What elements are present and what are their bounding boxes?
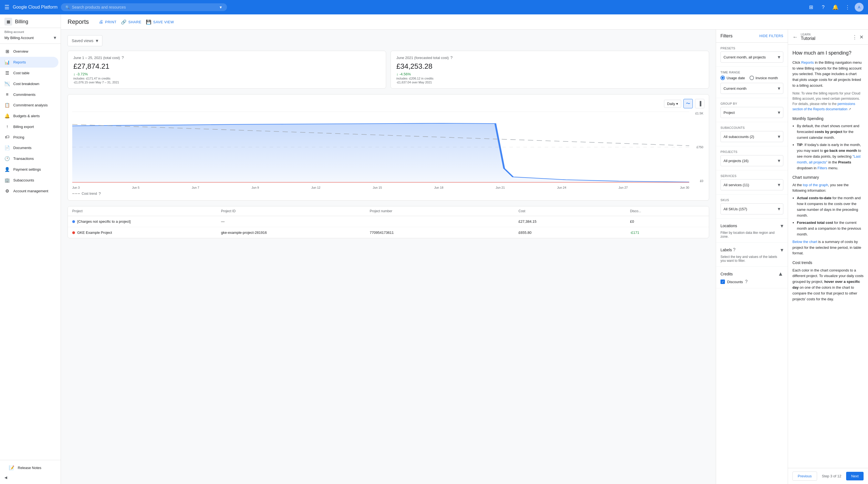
forecast-cost-header: June 2021 (forecasted total cost) ? [396,55,703,60]
actual-cost-card: June 1 – 25, 2021 (total cost) ? £27,874… [67,51,386,89]
saved-views-label: Saved views [72,38,94,43]
sidebar-item-reports[interactable]: 📊 Reports [0,57,58,67]
sidebar-item-overview[interactable]: ⊞ Overview [0,46,58,57]
presets-value: Current month, all projects [723,55,766,59]
pricing-icon: 🏷 [4,135,10,140]
nav-actions: ⊞ ? 🔔 ⋮ A [806,2,864,12]
labels-help-icon[interactable]: ? [733,248,736,252]
sidebar-item-cost-breakdown[interactable]: 📉 Cost breakdown [0,78,58,89]
sidebar-item-cost-table[interactable]: ☰ Cost table [0,67,58,78]
line-chart-button[interactable]: 〜 [683,99,693,108]
billing-icon: ▦ [4,18,12,26]
tutorial-next-button[interactable]: Next [846,472,864,480]
saved-views-dropdown[interactable]: Saved views ▾ [67,35,102,46]
sidebar-item-billing-export[interactable]: ↑ Billing export [0,121,58,132]
search-input[interactable] [72,5,215,9]
project-cost-2: £655.80 [519,230,630,235]
forecast-cost-sub1: includes -£206.12 in credits [396,77,703,80]
tutorial-top-graph-link[interactable]: top of the graph [803,183,828,187]
cost-trend-help-icon[interactable]: ? [98,192,101,196]
chart-y-label-top: £1.5K [692,112,703,115]
invoice-month-radio[interactable] [749,76,754,80]
services-value: All services (11) [723,183,749,187]
presets-label: Presets [720,47,783,50]
tutorial-learn-label: LEARN [801,33,815,36]
sidebar-item-label-release-notes: Release Notes [18,466,41,470]
notifications-icon[interactable]: 🔔 [830,2,840,12]
chart-summary-list: Actual costs-to-date for the month and h… [793,195,864,237]
subaccounts-select[interactable]: All subaccounts (2) ▾ [720,131,783,142]
chart-summary-item-1: Actual costs-to-date for the month and h… [797,195,864,218]
discounts-checkbox[interactable] [720,280,725,284]
credits-collapsible[interactable]: Credits ▲ [720,271,783,277]
print-button[interactable]: 🖨 PRINT [99,19,117,24]
actual-cost-help-icon[interactable]: ? [122,55,124,60]
group-by-select[interactable]: Project ▾ [720,107,783,118]
tutorial-below-chart-link[interactable]: Below the chart [793,240,817,244]
tutorial-more-icon[interactable]: ⋮ [852,34,857,40]
share-button[interactable]: 🔗 SHARE [121,19,142,25]
locations-collapse-icon: ▾ [780,223,783,229]
sidebar-item-label-cost-breakdown: Cost breakdown [13,82,39,86]
discounts-help-icon[interactable]: ? [745,279,748,284]
labels-collapsible[interactable]: Labels ? ▾ [720,247,783,253]
forecast-cost-help-icon[interactable]: ? [450,55,453,60]
tutorial-close-icon[interactable]: ✕ [860,34,864,40]
hamburger-menu[interactable]: ☰ [4,4,9,10]
forecast-cost-title: June 2021 (forecasted total cost) [396,56,449,60]
x-label-4: Jun 9 [252,186,259,189]
skus-select[interactable]: All SKUs (157) ▾ [720,203,783,215]
sidebar-item-label-payment-settings: Payment settings [13,167,41,171]
search-bar[interactable]: 🔍 ▼ [61,3,227,11]
sidebar-item-account-management[interactable]: ⚙ Account management [0,186,58,196]
tutorial-previous-button[interactable]: Previous [793,472,817,481]
more-icon[interactable]: ⋮ [842,2,852,12]
tutorial-header-actions: ⋮ ✕ [852,34,864,40]
sidebar-item-transactions[interactable]: 🕐 Transactions [0,153,58,164]
tutorial-permissions-link[interactable]: permissions section of the Reports docum… [793,102,855,111]
help-icon[interactable]: ? [818,2,828,12]
svg-marker-4 [72,182,689,182]
usage-date-option[interactable]: Usage date [720,76,745,80]
chart-summary-item-2: Forecasted total cost for the current mo… [797,220,864,237]
locations-collapsible[interactable]: Locations ▾ [720,223,783,229]
sidebar-item-payment-settings[interactable]: 👤 Payment settings [0,164,58,175]
save-icon: 💾 [146,19,152,25]
sidebar-item-documents[interactable]: 📄 Documents [0,142,58,153]
hide-filters-button[interactable]: HIDE FILTERS [760,34,783,38]
actual-cost-amount: £27,874.21 [73,62,380,70]
top-navigation: ☰ Google Cloud Platform 🔍 ▼ ⊞ ? 🔔 ⋮ A [0,0,868,15]
usage-date-radio[interactable] [720,76,725,80]
projects-select[interactable]: All projects (16) ▾ [720,155,783,166]
tutorial-filters-link[interactable]: Filters [817,166,827,170]
avatar[interactable]: A [855,3,864,11]
sidebar-item-pricing[interactable]: 🏷 Pricing [0,132,58,142]
services-select[interactable]: All services (11) ▾ [720,179,783,190]
presets-select[interactable]: Current month, all projects ▾ [720,52,783,63]
account-selector[interactable]: My Billing Account ▾ [4,34,56,41]
time-range-period-select[interactable]: Current month ▾ [720,83,783,94]
sidebar-item-subaccounts[interactable]: 🏢 Subaccounts [0,175,58,186]
save-view-button[interactable]: 💾 SAVE VIEW [146,19,174,25]
sidebar-item-commitments[interactable]: ≡ Commitments [0,89,58,100]
chart-period-selector[interactable]: Daily ▾ [664,100,681,108]
actual-cost-sub2: -£1,076.15 over May 7 – 31, 2021 [73,81,380,84]
saved-views-arrow: ▾ [96,38,98,44]
project-id-1: — [221,220,370,224]
invoice-month-option[interactable]: Invoice month [749,76,778,80]
collapse-sidebar-button[interactable]: ◀ [4,473,56,482]
trend-dash-icon [72,193,80,194]
project-discount-1: £0 [630,220,705,224]
sidebar-item-commitment-analysis[interactable]: 📋 Commitment analysis [0,100,58,111]
x-label-11: Jun 30 [680,186,689,189]
monthly-spending-list: By default, the chart shows current and … [793,123,864,171]
cost-trends-title: Cost trends [793,260,864,266]
expand-icon[interactable]: ▼ [219,5,222,9]
time-range-options: Usage date Invoice month [720,76,783,80]
tutorial-back-button[interactable]: ← [793,34,798,40]
sidebar-item-release-notes[interactable]: 📝 Release Notes [4,462,54,473]
bar-chart-button[interactable]: ▐ [695,99,705,108]
apps-icon[interactable]: ⊞ [806,2,816,12]
tutorial-reports-link[interactable]: Reports [801,60,814,64]
sidebar-item-budgets-alerts[interactable]: 🔔 Budgets & alerts [0,111,58,121]
